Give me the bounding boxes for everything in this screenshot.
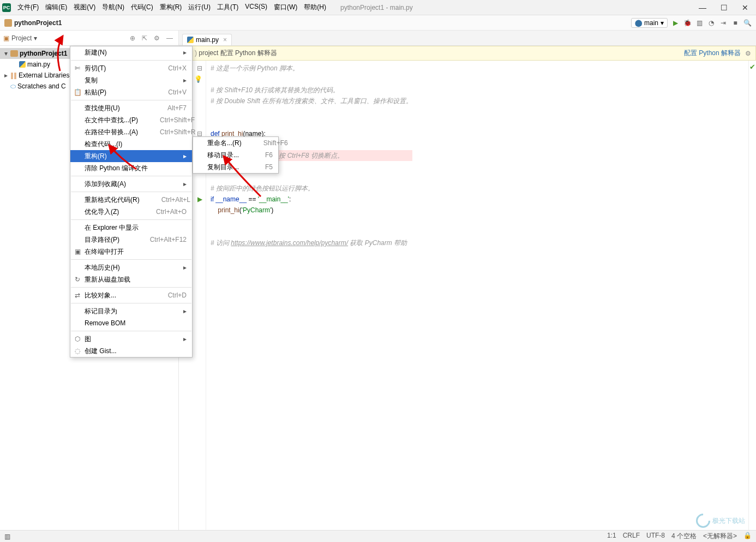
menu-VCSS[interactable]: VCS(S): [242, 3, 271, 12]
menu-视图V[interactable]: 视图(V): [70, 3, 99, 12]
menu-item[interactable]: ✄剪切(T)Ctrl+X: [70, 62, 192, 74]
context-menu[interactable]: 新建(N)▸✄剪切(T)Ctrl+X复制▸📋粘贴(P)Ctrl+V查找使用(U)…: [70, 46, 193, 358]
gear-icon[interactable]: ⚙: [745, 50, 751, 57]
menu-item[interactable]: 重命名...(R)Shift+F6: [193, 137, 278, 149]
menu-item[interactable]: 标记目录为▸: [70, 305, 192, 317]
editor-area: main.py × ﻿) project 配置 Python 解释器 配置 Py…: [179, 31, 756, 530]
watermark-text: 极光下载站: [712, 516, 745, 526]
python-file-icon: [187, 37, 194, 43]
project-panel-header[interactable]: ▣ Project ▾ ⊕ ⇱ ⚙ —: [0, 31, 178, 46]
search-icon[interactable]: 🔍: [743, 19, 752, 27]
debug-icon[interactable]: 🐞: [683, 19, 692, 27]
menu-item[interactable]: ⇄比较对象...Ctrl+D: [70, 289, 192, 301]
menubar: 文件(F)编辑(E)视图(V)导航(N)代码(C)重构(R)运行(U)工具(T)…: [14, 3, 329, 12]
tab-main-py[interactable]: main.py ×: [182, 34, 232, 45]
banner-message: ) project 配置 Python 解释器: [195, 49, 277, 58]
menu-item[interactable]: 检查代码...(I): [70, 138, 192, 150]
watermark-logo-icon: [693, 511, 713, 531]
hide-icon[interactable]: —: [164, 34, 175, 42]
editor[interactable]: ⊟💡⊟▶ # 这是一个示例 Python 脚本。 # 按 Shift+F10 执…: [179, 61, 756, 530]
menu-item[interactable]: 添加到收藏(A)▸: [70, 178, 192, 190]
run-icon[interactable]: ▶: [671, 19, 680, 27]
interpreter-banner: ) project 配置 Python 解释器 配置 Python 解释器 ⚙: [179, 46, 756, 61]
menu-帮助H[interactable]: 帮助(H): [301, 3, 329, 12]
menu-item[interactable]: 在 Explorer 中显示: [70, 222, 192, 234]
caret-position[interactable]: 1:1: [607, 532, 616, 541]
menu-item[interactable]: ▣在终端中打开: [70, 246, 192, 258]
menu-item[interactable]: Remove BOM: [70, 317, 192, 329]
run-config-label: main: [644, 19, 658, 27]
close-icon[interactable]: ✕: [742, 3, 748, 12]
menu-item[interactable]: 目录路径(P)Ctrl+Alt+F12: [70, 234, 192, 246]
menu-item[interactable]: 重构(R)▸: [70, 150, 192, 162]
chevron-down-icon: ▾: [661, 19, 664, 27]
check-icon: ✔: [749, 61, 756, 73]
line-separator[interactable]: CRLF: [623, 532, 640, 541]
gear-icon[interactable]: ⚙: [152, 34, 162, 42]
lock-icon[interactable]: 🔒: [743, 532, 752, 541]
menu-item[interactable]: 📋粘贴(P)Ctrl+V: [70, 86, 192, 98]
editor-tabs: main.py ×: [179, 31, 756, 46]
indent-info[interactable]: 4 个空格: [671, 532, 697, 541]
minimize-icon[interactable]: —: [699, 3, 706, 12]
window-title: pythonProject1 - main.py: [340, 4, 413, 11]
project-panel-title: Project: [11, 34, 32, 42]
maximize-icon[interactable]: ☐: [721, 3, 728, 12]
chevron-down-icon: ▾: [34, 34, 37, 42]
menu-item[interactable]: ↻重新从磁盘加载: [70, 273, 192, 285]
menu-item[interactable]: 复制目录...F5: [193, 161, 278, 173]
profile-icon[interactable]: ◔: [707, 19, 716, 27]
configure-interpreter-link[interactable]: 配置 Python 解释器: [684, 49, 741, 58]
menu-item[interactable]: 清除 Python 编译文件: [70, 162, 192, 174]
menu-item[interactable]: 新建(N)▸: [70, 46, 192, 58]
menu-窗口W[interactable]: 窗口(W): [271, 3, 301, 12]
menu-文件F[interactable]: 文件(F): [14, 3, 42, 12]
window-controls: — ☐ ✕: [699, 3, 754, 12]
expand-icon[interactable]: ⇱: [140, 34, 149, 42]
attach-icon[interactable]: ⇥: [719, 19, 728, 27]
menu-item[interactable]: 本地历史(H)▸: [70, 261, 192, 273]
menu-导航N[interactable]: 导航(N): [99, 3, 128, 12]
menu-item[interactable]: 在路径中替换...(A)Ctrl+Shift+R: [70, 126, 192, 138]
run-with-coverage-icon[interactable]: ▥: [695, 19, 704, 27]
menu-item[interactable]: 优化导入(Z)Ctrl+Alt+O: [70, 206, 192, 218]
menu-item[interactable]: 移动目录...F6: [193, 149, 278, 161]
menu-工具T[interactable]: 工具(T): [214, 3, 242, 12]
stop-icon[interactable]: ■: [731, 19, 740, 27]
menu-item[interactable]: ⬡图▸: [70, 333, 192, 345]
watermark: 极光下载站: [696, 514, 745, 528]
menu-item[interactable]: 重新格式化代码(R)Ctrl+Alt+L: [70, 194, 192, 206]
menu-item[interactable]: 复制▸: [70, 74, 192, 86]
folder-icon: ▣: [3, 34, 9, 42]
statusbar: ▥ 1:1 CRLF UTF-8 4 个空格 <无解释器> 🔒: [0, 530, 756, 542]
menu-item[interactable]: 在文件中查找...(P)Ctrl+Shift+F: [70, 114, 192, 126]
menu-运行U[interactable]: 运行(U): [185, 3, 214, 12]
refactor-submenu[interactable]: 重命名...(R)Shift+F6移动目录...F6复制目录...F5: [193, 136, 279, 174]
app-icon: PC: [2, 3, 11, 12]
tab-label: main.py: [196, 36, 219, 44]
navbar: pythonProject1 ⬤ main ▾ ▶ 🐞 ▥ ◔ ⇥ ■ 🔍: [0, 15, 756, 31]
menu-代码C[interactable]: 代码(C): [128, 3, 157, 12]
target-icon[interactable]: ⊕: [128, 34, 137, 42]
file-encoding[interactable]: UTF-8: [646, 532, 665, 541]
run-config-selector[interactable]: ⬤ main ▾: [631, 18, 668, 28]
breadcrumb[interactable]: pythonProject1: [14, 19, 62, 27]
error-stripe: ✔: [748, 61, 756, 530]
menu-编辑E[interactable]: 编辑(E): [42, 3, 70, 12]
menu-item[interactable]: ◌创建 Gist...: [70, 345, 192, 357]
python-icon: ⬤: [635, 19, 642, 27]
folder-icon: [4, 19, 12, 27]
menu-item[interactable]: 查找使用(U)Alt+F7: [70, 102, 192, 114]
tool-window-icon[interactable]: ▥: [4, 533, 10, 540]
code-area[interactable]: # 这是一个示例 Python 脚本。 # 按 Shift+F10 执行或将其替…: [206, 61, 412, 530]
interpreter-info[interactable]: <无解释器>: [703, 532, 737, 541]
titlebar: PC 文件(F)编辑(E)视图(V)导航(N)代码(C)重构(R)运行(U)工具…: [0, 0, 756, 15]
close-tab-icon[interactable]: ×: [223, 36, 227, 44]
menu-重构R[interactable]: 重构(R): [157, 3, 185, 12]
